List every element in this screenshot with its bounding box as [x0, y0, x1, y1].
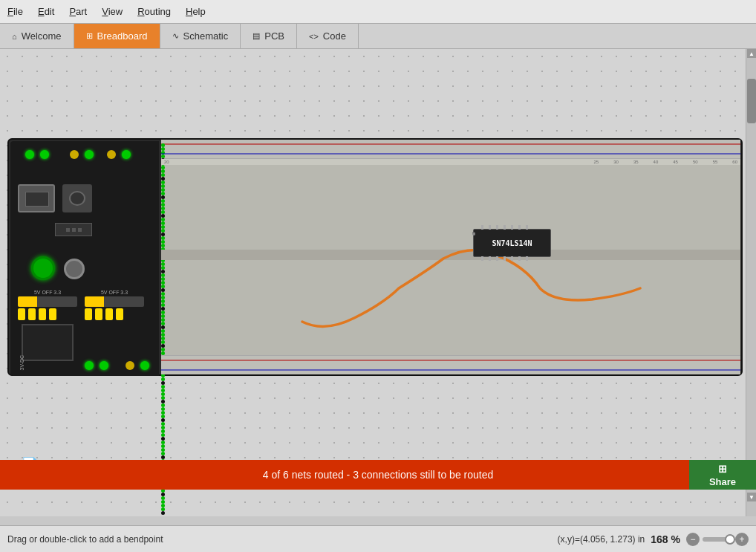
zoom-slider[interactable]: [703, 537, 732, 542]
menu-help[interactable]: Help: [178, 3, 213, 20]
right-scrollbar[interactable]: ▼ ▲: [746, 49, 756, 516]
pm-chip: [55, 223, 92, 236]
drag-hint: Drag or double-click to add a bendpoint: [7, 534, 163, 545]
zoom-in-button[interactable]: +: [735, 533, 749, 546]
menu-bar: File Edit Part View Routing Help: [0, 0, 756, 24]
bottom-rail: [161, 355, 740, 374]
pm-pin-headers-top-2: [85, 308, 123, 320]
status-bar: 4 of 6 nets routed - 3 connections still…: [0, 460, 756, 490]
pm-pin-headers-top: [18, 308, 56, 320]
canvas-area[interactable]: fritzing: [0, 49, 756, 516]
bb-holes: // Will be rendered via JS below 20 25 3…: [161, 140, 740, 374]
zoom-slider-thumb: [725, 534, 735, 545]
status-message: 4 of 6 nets routed - 3 connections still…: [263, 469, 494, 481]
tab-schematic[interactable]: ∿ Schematic: [160, 24, 241, 48]
menu-part[interactable]: Part: [62, 3, 94, 20]
tab-code[interactable]: <> Code: [297, 24, 359, 48]
zoom-display: 168 %: [651, 533, 680, 545]
bottom-toolbar: Drag or double-click to add a bendpoint …: [0, 525, 756, 552]
tab-welcome[interactable]: ⌂ Welcome: [0, 24, 74, 48]
zoom-controls: − +: [686, 533, 749, 546]
menu-view[interactable]: View: [94, 3, 130, 20]
pm-green-button[interactable]: [31, 256, 55, 280]
ic-chip-label: SN74LS14N: [492, 239, 532, 247]
share-button[interactable]: ⊞ Share: [689, 460, 756, 490]
zoom-out-button[interactable]: −: [686, 533, 700, 546]
breadboard-icon: ⊞: [86, 31, 93, 41]
breadboard-container: 5V OFF 3.3 5V OFF 3.3: [7, 138, 749, 376]
pm-bottom-screen: [22, 324, 74, 361]
coordinates: (x,y)=(4.056, 1.273) in: [558, 534, 645, 545]
scroll-thumb[interactable]: [747, 79, 756, 123]
pm-switch-area-2: 5V OFF 3.3: [85, 290, 144, 307]
tab-bar: ⌂ Welcome ⊞ Breadboard ∿ Schematic ▤ PCB…: [0, 24, 756, 49]
usb-port: [18, 184, 55, 212]
coord-display: (x,y)=(4.056, 1.273) in 168 % − +: [558, 533, 749, 546]
pm-led-yellow-1: [70, 150, 79, 159]
pm-label: 3V-DC: [19, 355, 25, 371]
scroll-down-arrow[interactable]: ▼: [747, 493, 756, 501]
pm-led-green-3: [85, 150, 94, 159]
power-module: 5V OFF 3.3 5V OFF 3.3: [10, 141, 159, 376]
scroll-up-arrow[interactable]: ▲: [747, 49, 756, 58]
menu-routing[interactable]: Routing: [130, 3, 178, 20]
top-rail: // Will be rendered via JS below: [161, 140, 740, 159]
pm-bottom-leds: [85, 361, 108, 370]
barrel-connector: [62, 184, 92, 212]
tab-breadboard[interactable]: ⊞ Breadboard: [74, 24, 160, 48]
pm-led-yellow-2: [107, 150, 116, 159]
ic-chip: SN74LS14N: [473, 229, 551, 257]
bb-divider: [161, 250, 740, 260]
tab-pcb[interactable]: ▤ PCB: [241, 24, 297, 48]
welcome-icon: ⌂: [12, 32, 17, 41]
pm-leds-top: [25, 150, 49, 159]
code-icon: <>: [309, 32, 319, 41]
share-icon: ⊞: [718, 463, 727, 475]
schematic-icon: ∿: [172, 31, 179, 41]
breadboard: 5V OFF 3.3 5V OFF 3.3: [7, 138, 743, 376]
menu-file[interactable]: File: [0, 3, 30, 20]
pm-led-green-1: [25, 150, 34, 159]
pm-led-green-2: [40, 150, 49, 159]
menu-edit[interactable]: Edit: [30, 3, 62, 20]
pcb-icon: ▤: [252, 31, 260, 41]
pm-led-green-4: [122, 150, 131, 159]
row-numbers-top: 20 25 30 35 40 45 50 55 60: [161, 159, 740, 165]
pm-knob[interactable]: [64, 259, 85, 279]
pm-switch-area: 5V OFF 3.3: [18, 290, 77, 307]
